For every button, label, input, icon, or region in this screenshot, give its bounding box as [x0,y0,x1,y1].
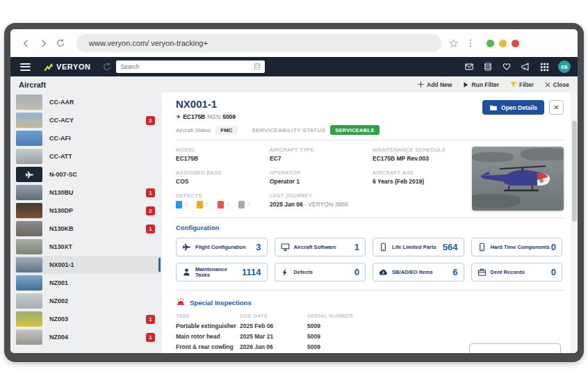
summary-card-flight-configuration[interactable]: Flight Configuration3 [176,238,268,256]
card-value: 1 [354,242,359,252]
siren-icon [176,297,186,307]
announcements-icon[interactable] [521,62,530,72]
aircraft-registration: NZ002 [49,297,68,304]
plane-icon [182,243,191,252]
aircraft-list-item[interactable]: NZ0041 [15,328,161,346]
defect-severity-chip [176,201,182,209]
action-label: Filter [519,81,534,88]
card-value: 6 [452,267,457,277]
hamburger-menu-icon[interactable] [20,63,31,71]
run-filter-button[interactable]: Run Filter [462,81,499,88]
veryon-logo[interactable]: VERYON [43,62,91,72]
alert-count-badge: 1 [146,333,155,342]
aircraft-list-item[interactable]: NZ002 [15,292,161,310]
forward-icon[interactable] [38,38,49,49]
field-assigned-base: ASSIGNED BASECOS [176,170,270,185]
defect-severity-chip [218,201,224,209]
aircraft-registration: CC-AFI [49,135,71,142]
app-refresh-icon[interactable] [102,62,112,72]
window-minimize-light[interactable] [487,40,494,47]
filter-button[interactable]: Filter [509,81,534,88]
url-text: www.veryon.com/ veryon-tracking+ [89,39,208,47]
aircraft-registration: N130KB [49,225,74,232]
aircraft-list-item[interactable]: CC-AAR [15,93,161,111]
summary-card-life-limited-parts[interactable]: Life Limited Parts564 [373,238,464,256]
aircraft-list-item[interactable]: N130XT [15,238,161,256]
aircraft-thumbnail [16,221,42,236]
apps-grid-icon[interactable] [539,62,549,72]
last-journey-date: 2025 Jan 06 [270,201,303,208]
person-icon [182,268,191,277]
aircraft-list-item[interactable]: N-007-SC [15,165,161,183]
field-value: 6 Years (Feb 2019) [373,178,465,185]
aircraft-list-item[interactable]: NX001-1 [15,256,161,274]
special-inspections-title: Special Inspections [190,299,252,307]
divider [176,140,564,140]
favorites-heart-icon[interactable] [502,62,512,72]
inspection-row[interactable]: Portable extinguisher2025 Feb 065009 [176,320,564,331]
aircraft-detail-panel: NX001-1 ✈ EC175B MSN 5009 Aircraft Statu… [162,92,571,353]
aircraft-list-item[interactable]: CC-AFI [15,129,161,147]
divider [176,290,564,291]
summary-card-maintenance-tasks[interactable]: Maintenance Tasks1114 [176,263,268,281]
field-label: MAINTENANCE SCHEDULE [373,147,465,153]
summary-card-hard-time-components[interactable]: Hard Time Components0 [471,238,563,256]
summary-card-sb-ad-eo-items[interactable]: SB/AD/EO Items6 [373,263,464,281]
aircraft-list-item[interactable]: N130KB1 [15,220,161,238]
vertical-scrollbar[interactable] [571,92,578,353]
add-new-button[interactable]: Add New [417,81,452,88]
aircraft-list-item[interactable]: NZ001 [15,274,161,292]
inspection-task: Main rotor head [176,333,240,340]
column-header: DUE DATE [240,313,307,319]
column-header: SERIAL NUMBER [307,313,564,319]
special-inspections-heading-row: Special Inspections [176,297,564,307]
url-bar[interactable]: www.veryon.com/ veryon-tracking+ [76,34,441,52]
window-close-light[interactable] [512,40,519,47]
avatar[interactable]: EB [558,60,571,73]
serviceability-badge: SERVICEABLE [330,125,379,135]
close-detail-button[interactable]: ✕ [549,100,564,115]
field-label: ASSIGNED BASE [176,170,270,176]
mail-icon[interactable] [464,62,474,72]
defect-severity-chip [238,201,245,209]
scrollbar-thumb[interactable] [572,121,577,222]
close-button[interactable]: Close [544,81,569,88]
inspection-serial-number: 5009 [307,333,564,340]
aircraft-thumbnail [16,131,42,146]
aircraft-status-label: Aircraft Status [176,127,211,133]
search-input[interactable] [120,63,253,71]
utilization-card[interactable] [469,343,561,353]
search-source-icon[interactable] [253,63,261,71]
monitor-frame: www.veryon.com/ veryon-tracking+ VERYON [4,23,584,362]
summary-card-dent-records[interactable]: Dent Records0 [471,263,563,281]
global-search [116,60,265,73]
action-label: Add New [427,81,452,88]
veryon-logo-icon [43,62,54,72]
inspection-row[interactable]: Main rotor head2025 Mar 215009 [176,331,564,341]
last-journey-reference: - VERYON-3886 [303,201,348,208]
summary-card-aircraft-software[interactable]: Aircraft Software1 [275,238,366,256]
window-restore-light[interactable] [499,40,507,47]
bolt-icon [281,268,290,277]
records-icon[interactable] [483,62,493,72]
bookmark-star-icon[interactable] [448,38,459,49]
browser-menu-icon[interactable] [465,38,476,49]
play-icon [462,81,469,88]
reload-icon[interactable] [55,38,66,49]
back-icon[interactable] [20,38,31,49]
aircraft-list-item[interactable]: CC-ACY2 [15,111,161,129]
browser-toolbar: www.veryon.com/ veryon-tracking+ [10,29,578,57]
aircraft-thumbnail [16,329,42,345]
aircraft-list-item[interactable]: N130DP2 [15,202,161,220]
folder-icon [489,104,498,112]
aircraft-list-item[interactable]: CC-ATT [15,147,161,165]
aircraft-list-item[interactable]: NZ0031 [15,310,161,328]
info-row: MODELEC175BAIRCRAFT TYPEEC7MAINTENANCE S… [176,147,564,211]
summary-card-defects[interactable]: Defects0 [275,263,366,281]
open-details-button[interactable]: Open Details [482,100,544,115]
aircraft-list-item[interactable]: N130BU1 [15,183,161,202]
monitor-icon [281,243,290,252]
msn-value: 5009 [222,113,236,120]
msn-label: MSN [207,113,220,120]
field-label: MODEL [176,147,270,153]
